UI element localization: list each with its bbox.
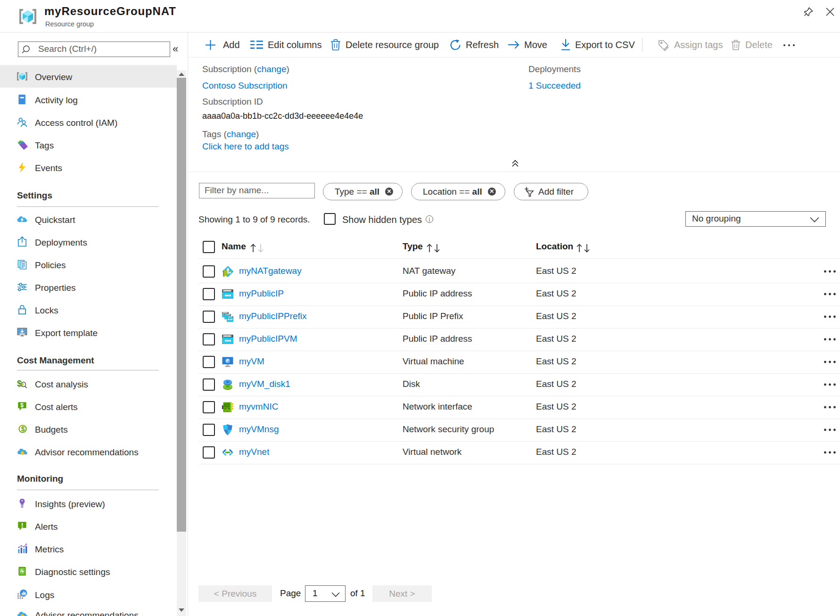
svg-text:$: $ <box>20 402 24 409</box>
svg-text:$: $ <box>21 425 25 433</box>
